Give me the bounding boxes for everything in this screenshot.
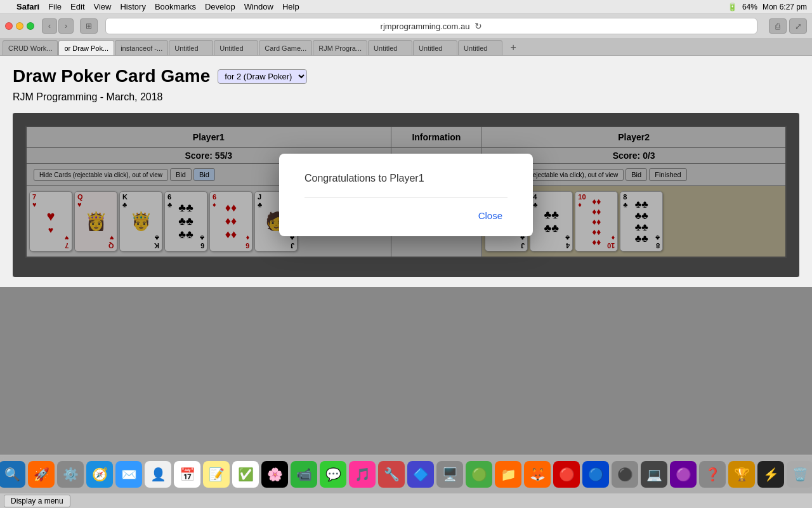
dock-trash[interactable]: 🗑️ <box>787 461 812 488</box>
share-icon: ⎙ <box>775 22 780 31</box>
dock-app2[interactable]: 🔷 <box>407 461 434 488</box>
modal-message: Congratulations to Player1 <box>304 173 508 184</box>
tab-untitled-4[interactable]: Untitled <box>413 40 457 55</box>
dock-facetime[interactable]: 📹 <box>291 461 317 488</box>
back-button[interactable]: ‹ <box>42 18 57 34</box>
minimize-window-button[interactable] <box>16 22 23 30</box>
page-subtitle: RJM Programming - March, 2018 <box>13 91 799 103</box>
reload-button[interactable]: ↻ <box>475 21 482 31</box>
tab-untitled-5[interactable]: Untitled <box>458 40 502 55</box>
battery-level: 64% <box>742 3 757 11</box>
game-area: Player1 Information Player2 Score: 55/3 … <box>13 113 799 277</box>
maximize-window-button[interactable] <box>27 22 34 30</box>
dock-app4[interactable]: 🟢 <box>466 461 492 488</box>
toolbar: ‹ › ⊞ rjmprogramming.com.au ↻ ⎙ ⤢ <box>0 14 812 38</box>
view-menu[interactable]: View <box>94 2 112 11</box>
dock-app7[interactable]: ⚫ <box>612 461 638 488</box>
dock-calendar[interactable]: 📅 <box>174 461 200 488</box>
bookmarks-menu[interactable]: Bookmarks <box>155 2 196 11</box>
modal-close-button[interactable]: Close <box>473 208 508 224</box>
close-window-button[interactable] <box>5 22 13 30</box>
expand-icon: ⤢ <box>795 22 802 31</box>
dock-app3[interactable]: 🖥️ <box>436 461 463 488</box>
new-tab-button[interactable]: + <box>506 40 521 55</box>
bottom-bar: Display a menu <box>0 493 812 508</box>
page-title-area: Draw Poker Card Game for 2 (Draw Poker) <box>13 66 799 86</box>
dock-app10[interactable]: ❓ <box>699 461 726 488</box>
edit-menu[interactable]: Edit <box>70 2 84 11</box>
sidebar-icon: ⊞ <box>86 22 92 30</box>
tab-untitled-1[interactable]: Untitled <box>169 40 213 55</box>
back-icon: ‹ <box>48 22 51 30</box>
dock-reminders[interactable]: ✅ <box>232 461 259 488</box>
tab-drawpok[interactable]: or Draw Pok... <box>58 40 114 55</box>
dock-messages[interactable]: 💬 <box>320 461 346 488</box>
dock-app11[interactable]: 🏆 <box>728 461 755 488</box>
dock-notes[interactable]: 📝 <box>203 461 230 488</box>
dock-firefox[interactable]: 🦊 <box>524 461 551 488</box>
share-button[interactable]: ⎙ <box>769 18 787 34</box>
dock-safari[interactable]: 🧭 <box>86 461 113 488</box>
address-bar[interactable]: rjmprogramming.com.au ↻ <box>105 18 757 34</box>
tab-cardgame[interactable]: Card Game... <box>259 40 312 55</box>
dock-app8[interactable]: 💻 <box>641 461 667 488</box>
clock: Mon 6:27 pm <box>763 3 807 11</box>
modal-overlay: Congratulations to Player1 Close <box>13 113 799 277</box>
modal-divider <box>304 197 508 197</box>
window-menu[interactable]: Window <box>244 2 273 11</box>
dock-app6[interactable]: 🔵 <box>582 461 609 488</box>
tab-untitled-2[interactable]: Untitled <box>214 40 258 55</box>
dock-mail[interactable]: ✉️ <box>115 461 142 488</box>
dock-app12[interactable]: ⚡ <box>757 461 784 488</box>
dock-contacts[interactable]: 👤 <box>145 461 171 488</box>
url-display: rjmprogramming.com.au <box>381 22 470 31</box>
dock-app9[interactable]: 🟣 <box>670 461 697 488</box>
dock-itunes[interactable]: 🎵 <box>349 461 376 488</box>
dock-app1[interactable]: 🔧 <box>378 461 405 488</box>
dock-launchpad[interactable]: 🚀 <box>28 461 55 488</box>
app-name-menu[interactable]: Safari <box>16 2 39 11</box>
plus-icon: + <box>510 42 516 53</box>
develop-menu[interactable]: Develop <box>205 2 235 11</box>
dock-photos[interactable]: 🌸 <box>261 461 288 488</box>
tab-rjm[interactable]: RJM Progra... <box>313 40 367 55</box>
dock-app5[interactable]: 🔴 <box>553 461 580 488</box>
dock-filezilla[interactable]: 📁 <box>495 461 521 488</box>
dock-finder[interactable]: 🔍 <box>0 461 25 488</box>
tab-untitled-3[interactable]: Untitled <box>368 40 412 55</box>
display-menu-button[interactable]: Display a menu <box>4 495 70 507</box>
history-menu[interactable]: History <box>120 2 145 11</box>
menubar: Safari File Edit View History Bookmarks … <box>0 0 812 14</box>
sidebar-button[interactable]: ⊞ <box>80 18 98 34</box>
tabs-bar: CRUD Work... or Draw Pok... instanceof -… <box>0 38 812 56</box>
forward-button[interactable]: › <box>58 18 74 34</box>
game-selector-dropdown[interactable]: for 2 (Draw Poker) <box>218 69 307 84</box>
expand-button[interactable]: ⤢ <box>789 18 807 34</box>
dock: 🔍 🚀 ⚙️ 🧭 ✉️ 👤 📅 📝 ✅ 🌸 📹 💬 🎵 🔧 🔷 🖥️ 🟢 📁 🦊… <box>0 455 812 493</box>
modal-actions: Close <box>304 208 508 224</box>
help-menu[interactable]: Help <box>282 2 299 11</box>
tab-instanceof[interactable]: instanceof -... <box>115 40 168 55</box>
tab-crud[interactable]: CRUD Work... <box>3 40 58 55</box>
browser-chrome: ‹ › ⊞ rjmprogramming.com.au ↻ ⎙ ⤢ CRUD W… <box>0 14 812 56</box>
page-content: Draw Poker Card Game for 2 (Draw Poker) … <box>0 56 812 287</box>
forward-icon: › <box>65 22 67 30</box>
modal-dialog: Congratulations to Player1 Close <box>279 154 533 236</box>
dock-preferences[interactable]: ⚙️ <box>57 461 84 488</box>
traffic-lights <box>5 22 34 30</box>
battery-icon: 🔋 <box>728 3 737 11</box>
file-menu[interactable]: File <box>48 2 62 11</box>
page-title: Draw Poker Card Game <box>13 66 210 86</box>
